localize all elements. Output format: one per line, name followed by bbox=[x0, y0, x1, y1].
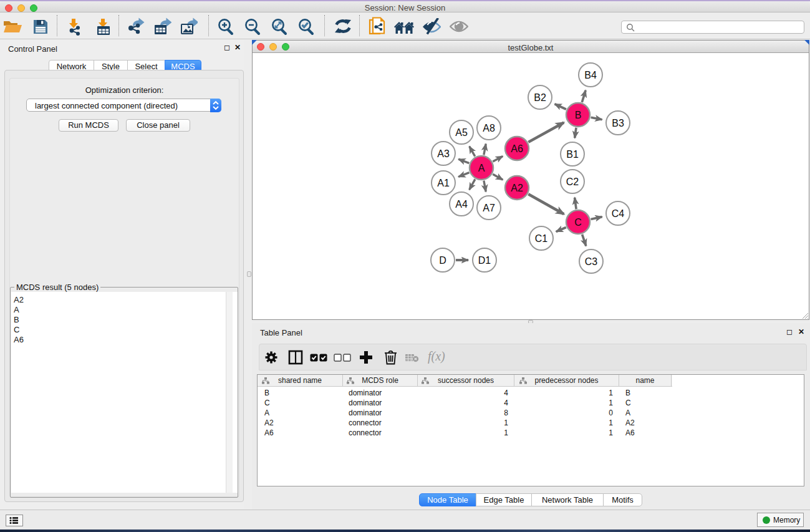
svg-text:D: D bbox=[439, 255, 446, 266]
svg-text:C3: C3 bbox=[585, 256, 598, 267]
svg-text:B3: B3 bbox=[612, 118, 624, 128]
svg-text:C: C bbox=[574, 217, 582, 228]
svg-text:A8: A8 bbox=[483, 123, 495, 133]
svg-text:D1: D1 bbox=[478, 255, 491, 266]
svg-text:A1: A1 bbox=[437, 178, 450, 188]
svg-text:A7: A7 bbox=[483, 203, 495, 213]
svg-text:A3: A3 bbox=[437, 148, 450, 159]
svg-text:B: B bbox=[575, 110, 582, 120]
svg-text:A5: A5 bbox=[455, 127, 468, 138]
svg-text:B4: B4 bbox=[584, 70, 597, 80]
svg-text:A4: A4 bbox=[455, 199, 468, 210]
svg-text:C1: C1 bbox=[535, 233, 548, 244]
svg-text:B2: B2 bbox=[534, 92, 546, 103]
svg-text:A6: A6 bbox=[511, 143, 523, 154]
svg-text:A: A bbox=[478, 163, 485, 173]
svg-text:C2: C2 bbox=[566, 177, 579, 187]
svg-text:A2: A2 bbox=[511, 183, 523, 193]
svg-text:C4: C4 bbox=[612, 208, 625, 219]
svg-text:B1: B1 bbox=[566, 149, 579, 160]
